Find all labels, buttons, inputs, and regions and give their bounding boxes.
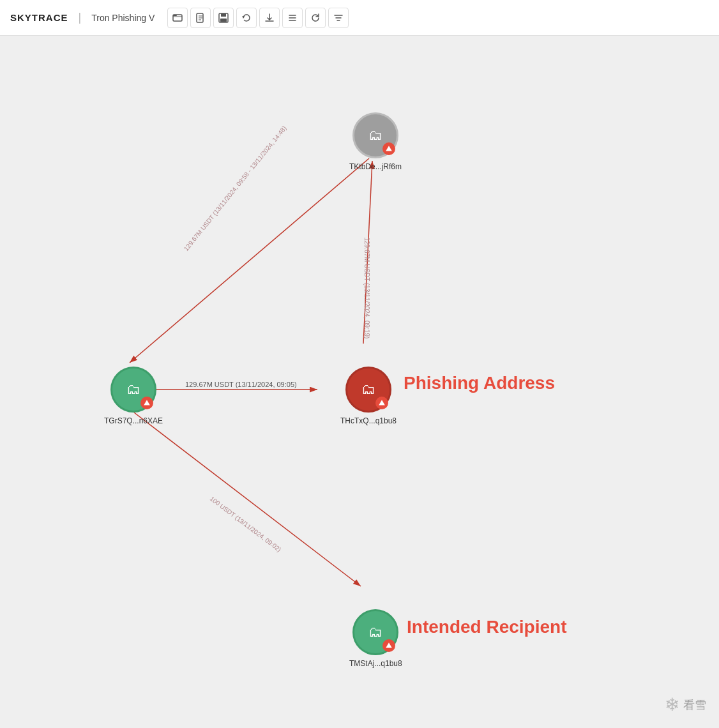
node-tmstaj[interactable]: 🗂 TMStAj...q1bu8 — [349, 609, 402, 668]
refresh-button[interactable] — [305, 8, 326, 28]
watermark: ❄ 看雪 — [665, 694, 706, 715]
node-tmstaj-label: TMStAj...q1bu8 — [349, 659, 402, 668]
open-button[interactable] — [167, 8, 188, 28]
edge-tktbde-tgrs7q — [130, 158, 369, 363]
graph-canvas[interactable]: 129.67M USDT (13/11/2024, 09:58 - 13/11/… — [0, 36, 719, 728]
node-tmstaj-circle: 🗂 — [352, 609, 398, 655]
wallet-icon-2: 🗂 — [126, 381, 140, 398]
svg-rect-4 — [221, 13, 226, 17]
app-logo: SKYTRACE — [10, 12, 68, 23]
tron-badge-2 — [140, 397, 153, 409]
node-tgrs7q-circle: 🗂 — [110, 367, 156, 413]
edge-tgrs7q-tmstaj — [134, 413, 361, 586]
edge-label-tgrs7q-tmstaj: 100 USDT (13/11/2024, 09:02) — [209, 495, 283, 553]
tron-badge-4 — [382, 639, 395, 652]
edge-label-tktbde-tgrs7q: 129.67M USDT (13/11/2024, 09:58 - 13/11/… — [183, 125, 288, 252]
svg-marker-9 — [144, 400, 150, 405]
svg-marker-8 — [386, 146, 392, 151]
download-button[interactable] — [259, 8, 280, 28]
svg-marker-10 — [379, 400, 385, 405]
save-button[interactable] — [213, 8, 234, 28]
node-thctxq-label: THcTxQ...q1bu8 — [340, 416, 397, 425]
node-thctxq-circle: 🗂 — [345, 367, 391, 413]
new-button[interactable] — [190, 8, 211, 28]
toolbar — [167, 8, 349, 28]
wallet-icon: 🗂 — [368, 127, 382, 144]
node-thctxq[interactable]: 🗂 THcTxQ...q1bu8 — [340, 367, 397, 425]
header-divider: | — [79, 11, 82, 24]
node-tgrs7q-label: TGrS7Q...n6XAE — [104, 416, 163, 425]
node-tktbde-label: TKtbDe...jRf6m — [349, 162, 402, 171]
node-tktbde[interactable]: 🗂 TKtbDe...jRf6m — [349, 112, 402, 171]
header-title: Tron Phishing V — [91, 13, 155, 23]
edge-label-thctxq-tktbde: 129.67M USDT (13/11/2024, 09:19) — [363, 238, 370, 339]
svg-marker-11 — [386, 642, 393, 648]
node-tgrs7q[interactable]: 🗂 TGrS7Q...n6XAE — [104, 367, 163, 425]
tron-badge — [382, 142, 395, 155]
header: SKYTRACE | Tron Phishing V — [0, 0, 719, 36]
watermark-text: 看雪 — [683, 697, 706, 713]
node-tktbde-circle: 🗂 — [352, 112, 398, 158]
filter-button[interactable] — [328, 8, 349, 28]
wallet-icon-4: 🗂 — [368, 624, 382, 641]
list-button[interactable] — [282, 8, 303, 28]
undo-button[interactable] — [236, 8, 257, 28]
svg-rect-5 — [220, 19, 227, 22]
edge-thctxq-tktbde — [363, 161, 372, 344]
annotation-phishing: Phishing Address — [404, 373, 555, 393]
edge-label-tgrs7q-thctxq: 129.67M USDT (13/11/2024, 09:05) — [185, 381, 297, 388]
tron-badge-3 — [375, 397, 388, 409]
annotation-intended: Intended Recipient — [407, 617, 566, 637]
wallet-icon-3: 🗂 — [361, 381, 375, 398]
